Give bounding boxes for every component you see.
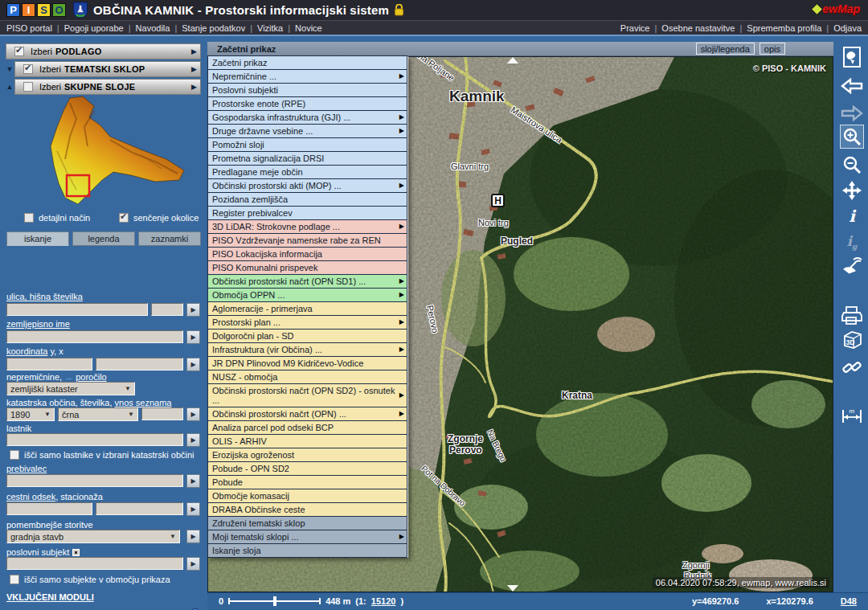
map-top-button[interactable]: sloji/legenda (696, 43, 755, 55)
section-checkbox[interactable] (23, 64, 33, 74)
owner-input[interactable] (6, 433, 183, 446)
measure-icon[interactable]: m (840, 403, 864, 428)
top-nav-link[interactable]: Pogoji uporabe (64, 23, 136, 33)
road-section-link[interactable]: cestni odsek (6, 492, 55, 502)
scale-line[interactable] (228, 596, 321, 606)
gps-icon[interactable] (840, 254, 864, 278)
menu-item[interactable]: Aglomeracije - primerjava (207, 301, 407, 316)
account-nav-link[interactable]: Odjava (833, 23, 862, 33)
menu-item[interactable]: NUSZ - območja (207, 370, 407, 384)
placename-search-button[interactable]: ▶ (186, 330, 200, 344)
cadastral-search-button[interactable]: ▶ (186, 407, 200, 421)
overview-map-icon[interactable] (840, 45, 864, 69)
coordinate-search-button[interactable]: ▶ (186, 358, 200, 371)
services-select[interactable]: gradnja stavb (6, 530, 180, 543)
history-forward-icon[interactable] (840, 101, 864, 125)
history-back-icon[interactable] (840, 74, 864, 98)
menu-item[interactable]: Prostorski plan ... (207, 315, 407, 330)
pan-icon[interactable] (840, 178, 864, 203)
menu-item[interactable]: PISO Vzdrževanje namenske rabe za REN (207, 233, 407, 248)
resident-input[interactable] (6, 474, 183, 487)
menu-item[interactable]: Prometna signalizacija DRSI (207, 151, 407, 166)
parcel-number-input[interactable] (141, 407, 183, 420)
menu-item[interactable]: JR DPN Plinovod M9 Kidričevo-Vodice (207, 356, 407, 371)
menu-item[interactable]: PISO Komunalni prispevek (207, 260, 407, 275)
info-attributes-icon[interactable]: ig (840, 230, 864, 254)
road-section-input[interactable] (6, 502, 92, 515)
menu-item[interactable]: Dolgoročni plan - SD (207, 329, 407, 343)
owner-search-button[interactable]: ▶ (186, 433, 200, 447)
top-nav-link[interactable]: Novice (295, 23, 322, 33)
list-entry-link[interactable]: vnos seznama (115, 398, 172, 407)
account-nav-link[interactable]: Osebne nastavitve (661, 23, 747, 33)
top-nav-link[interactable]: Stanje podatkov (182, 23, 257, 33)
realestate-register-select[interactable]: zemljiški kataster (6, 382, 135, 395)
menu-item[interactable]: Moji tematski sklopi ... (207, 530, 407, 544)
collapse-triangle-icon[interactable]: ▼ (5, 65, 14, 73)
business-filter-checkbox-row[interactable]: išči samo subjekte v območju prikaza (10, 575, 170, 584)
expand-arrow-icon[interactable]: ▶ (191, 47, 197, 55)
business-search-button[interactable]: ▶ (186, 557, 200, 571)
section-checkbox[interactable] (23, 82, 33, 92)
map-top-button[interactable]: opis (760, 43, 785, 55)
zoom-in-icon[interactable] (840, 125, 864, 149)
menu-item[interactable]: Pozidana zemljišča (207, 192, 407, 207)
menu-item[interactable]: PISO Lokacijska informacija (207, 247, 407, 261)
menu-item[interactable]: OLIS - ARHIV (207, 434, 407, 448)
menu-item[interactable]: Erozijska ogroženost (207, 448, 407, 462)
layer-section-header[interactable]: Izberi PODLAGO ▶ (6, 43, 201, 59)
expand-arrow-icon[interactable]: ▶ (191, 83, 197, 91)
top-nav-link[interactable]: PISO portal (6, 23, 64, 33)
account-nav-link[interactable]: Pravice (620, 23, 662, 33)
scale-ratio-link[interactable]: 15120 (371, 596, 396, 606)
placename-input[interactable] (6, 330, 183, 343)
menu-item[interactable]: Analiza parcel pod odseki BCP (207, 420, 407, 435)
menu-item[interactable]: Občinski prostorski načrt (OPN SD2) - os… (207, 383, 407, 407)
business-input[interactable] (6, 557, 183, 570)
pan-down-arrow[interactable] (507, 585, 518, 592)
owner-filter-checkbox[interactable] (10, 450, 19, 460)
top-nav-link[interactable]: Navodila (136, 23, 182, 33)
permalink-icon[interactable] (840, 355, 864, 379)
3d-view-icon[interactable]: 3D (840, 328, 864, 352)
expand-arrow-icon[interactable]: ▶ (191, 65, 197, 73)
cadastral-name-select[interactable]: črna (58, 407, 138, 421)
menu-item[interactable]: Pomožni sloji (207, 137, 407, 152)
menu-item[interactable]: Občinski prostorski akti (MOP) ... (207, 178, 407, 193)
menu-item[interactable]: Začetni prikaz (207, 55, 407, 70)
menu-item[interactable]: Druge državne vsebine ... (207, 124, 407, 138)
house-number-input[interactable] (151, 303, 183, 316)
menu-item[interactable]: Poslovni subjekti (207, 83, 407, 97)
coordinate-y-input[interactable] (6, 358, 92, 371)
toggle-checkbox[interactable] (24, 213, 34, 223)
owner-filter-checkbox-row[interactable]: išči samo lastnike v izbrani katastrski … (10, 450, 194, 460)
datum-link[interactable]: D48 (841, 596, 857, 606)
menu-item[interactable]: Občinski prostorski načrt (OPN SD1) ... (207, 274, 407, 289)
overview-toggle[interactable]: senčenje okolice (119, 213, 199, 223)
zoom-out-icon[interactable] (840, 153, 864, 177)
account-nav-link[interactable]: Sprememba profila (747, 23, 833, 33)
coordinate-link[interactable]: koordinata (6, 346, 47, 356)
menu-item[interactable]: Pobude - OPN SD2 (207, 461, 407, 476)
sidebar-tab[interactable]: legenda (72, 231, 135, 246)
sidebar-tab[interactable]: iskanje (6, 231, 69, 246)
sidebar-tab[interactable]: zaznamki (138, 231, 201, 246)
menu-item[interactable]: Gospodarska infrastruktura (GJI) ... (207, 110, 407, 125)
toggle-checkbox[interactable] (119, 213, 129, 223)
street-input[interactable] (6, 303, 148, 316)
services-search-button[interactable]: ▶ (186, 530, 200, 543)
section-checkbox[interactable] (14, 47, 24, 56)
municipality-overview-map[interactable] (20, 95, 189, 214)
menu-item[interactable]: Združeni tematski sklop (207, 516, 407, 530)
menu-item[interactable]: Pobude (207, 475, 407, 489)
menu-item[interactable]: Nepremičnine ... (207, 69, 407, 84)
station-input[interactable] (96, 502, 183, 515)
street-search-button[interactable]: ▶ (186, 303, 200, 317)
print-icon[interactable] (840, 304, 864, 328)
menu-item[interactable]: Register prebivalcev (207, 206, 407, 220)
menu-item[interactable]: DRABA Občinske ceste (207, 502, 407, 517)
business-info-icon[interactable] (72, 549, 80, 556)
top-nav-link[interactable]: Vizitka (257, 23, 295, 33)
resident-search-button[interactable]: ▶ (186, 474, 200, 488)
coordinate-x-input[interactable] (96, 358, 183, 371)
